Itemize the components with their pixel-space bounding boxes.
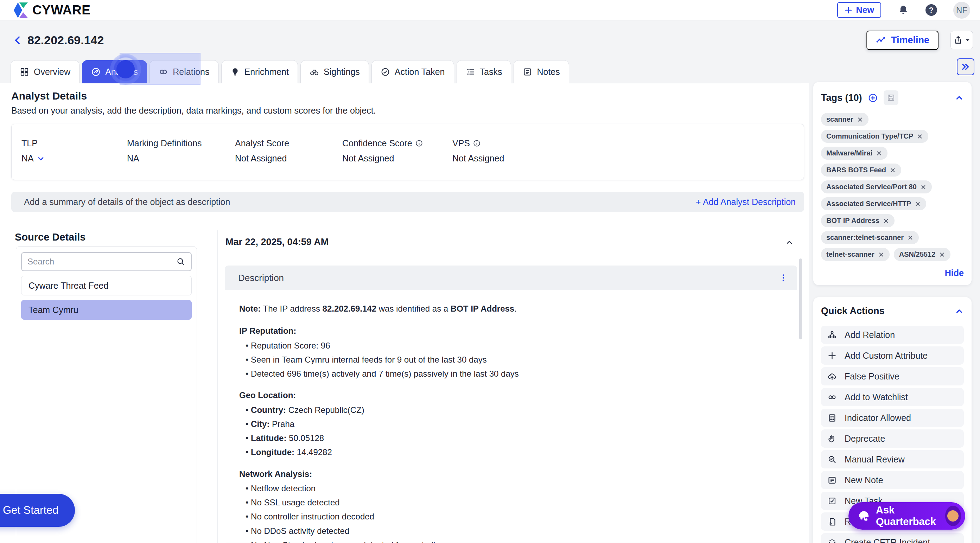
tag-chip[interactable]: BARS BOTS Feed <box>821 164 901 176</box>
close-icon[interactable] <box>920 184 926 190</box>
info-icon[interactable] <box>473 139 481 148</box>
avatar[interactable]: NF <box>953 2 970 19</box>
tab-action-taken[interactable]: Action Taken <box>371 60 454 83</box>
collapse-tags-icon[interactable] <box>955 93 964 102</box>
note-icon <box>523 67 532 77</box>
action-indicator-allowed[interactable]: Indicator Allowed <box>821 409 964 427</box>
tab-tasks[interactable]: Tasks <box>457 60 511 83</box>
tab-sightings[interactable]: Sightings <box>301 60 369 83</box>
ask-quarterback-button[interactable]: Ask Quarterback <box>848 502 965 530</box>
bullet: Longitude: 14.49282 <box>245 447 783 457</box>
bullet: No controller instruction decoded <box>245 511 783 522</box>
gear-dots-icon <box>827 538 837 543</box>
close-icon[interactable] <box>883 218 889 224</box>
tab-enrichment[interactable]: Enrichment <box>221 60 298 83</box>
quarterback-status-circle <box>945 506 961 526</box>
action-false-positive[interactable]: False Positive <box>821 367 964 386</box>
help-icon[interactable]: ? <box>926 4 937 16</box>
tlp-dropdown[interactable]: NA <box>21 153 127 164</box>
search-input[interactable] <box>27 257 176 267</box>
timeline-button[interactable]: Timeline <box>866 30 939 50</box>
quick-actions-header: Quick Actions <box>821 306 964 316</box>
action-new-note[interactable]: New Note <box>821 471 964 489</box>
cyware-logo[interactable]: CYWARE <box>13 2 91 18</box>
export-button[interactable] <box>950 31 973 49</box>
description-card-header: Description <box>225 265 797 290</box>
description-card: Description Note: The IP address 82.202.… <box>225 265 797 543</box>
export-share-icon <box>953 35 963 45</box>
bullet: No DDoS activity detected <box>245 526 783 536</box>
source-item-team-cymru[interactable]: Team Cymru <box>21 300 192 320</box>
save-tags-button[interactable] <box>884 90 898 105</box>
quick-actions-title: Quick Actions <box>821 306 885 316</box>
close-icon[interactable] <box>939 251 945 258</box>
new-button[interactable]: New <box>837 2 881 18</box>
report-date-bar[interactable]: Mar 22, 2025, 04:59 AM <box>218 230 804 254</box>
check-circle-icon <box>380 67 390 77</box>
source-search[interactable] <box>21 252 192 271</box>
action-deprecate[interactable]: Deprecate <box>821 429 964 448</box>
plus-icon <box>844 6 853 14</box>
hide-tags-link[interactable]: Hide <box>945 268 964 278</box>
search-icon <box>176 257 185 266</box>
tab-notes[interactable]: Notes <box>514 60 569 83</box>
close-icon[interactable] <box>857 116 863 123</box>
get-started-button[interactable]: Get Started <box>0 494 75 527</box>
add-tag-icon[interactable] <box>868 93 878 103</box>
kebab-menu-icon[interactable] <box>779 273 788 283</box>
tag-chip[interactable]: Malware/Mirai <box>821 147 888 160</box>
close-icon[interactable] <box>917 133 923 140</box>
close-icon[interactable] <box>915 201 921 207</box>
action-manual-review[interactable]: Manual Review <box>821 450 964 468</box>
add-analyst-description-link[interactable]: + Add Analyst Description <box>696 197 795 207</box>
tab-overview[interactable]: Overview <box>11 60 80 83</box>
task-list-icon <box>466 67 475 77</box>
tab-analysis[interactable]: Analysis <box>82 60 147 83</box>
tag-chip[interactable]: Associated Service/Port 80 <box>821 180 932 194</box>
description-summary-bar[interactable]: Add a summary of details of the object a… <box>11 192 804 212</box>
source-item-cyware-threat-feed[interactable]: Cyware Threat Feed <box>21 276 192 295</box>
close-icon[interactable] <box>878 251 885 258</box>
bullet: Reputation Score: 96 <box>245 340 783 351</box>
report-scrollbar[interactable] <box>799 259 802 339</box>
description-card-body: Note: The IP address 82.202.69.142 was i… <box>225 290 797 543</box>
action-add-relation[interactable]: Add Relation <box>821 325 964 344</box>
tag-chip[interactable]: Communication Type/TCP <box>821 130 928 143</box>
tag-chip[interactable]: ASN/25512 <box>894 248 950 261</box>
tag-chip[interactable]: BOT IP Address <box>821 214 894 227</box>
field-tlp: TLP NA <box>21 138 127 180</box>
tag-list: scanner Communication Type/TCP Malware/M… <box>821 113 964 261</box>
tab-relations[interactable]: Relations <box>150 60 218 83</box>
bullet: No Non-Standard port usage detected for … <box>245 540 783 543</box>
field-analyst-score: Analyst Score Not Assigned <box>235 138 342 180</box>
tab-bar: Overview Analysis Relations Enrichment S… <box>11 60 572 83</box>
close-icon[interactable] <box>907 235 913 241</box>
collapse-quick-actions-icon[interactable] <box>955 306 964 316</box>
section-ip-reputation: IP Reputation: Reputation Score: 96 Seen… <box>239 325 783 379</box>
info-icon[interactable] <box>415 139 423 148</box>
tag-chip[interactable]: scanner:telnet-scanner <box>821 231 919 244</box>
field-confidence-score: Confidence Score Not Assigned <box>342 138 452 180</box>
right-sidebar: Tags (10) scanner Communication Type/TCP… <box>813 82 972 543</box>
tag-chip[interactable]: telnet-scanner <box>821 248 889 261</box>
analyst-details-subheading: Based on your analysis, add the descript… <box>11 105 376 116</box>
tags-card: Tags (10) scanner Communication Type/TCP… <box>813 82 972 285</box>
action-add-to-watchlist[interactable]: Add to Watchlist <box>821 388 964 406</box>
link-circles-icon <box>159 67 168 77</box>
chevron-up-icon[interactable] <box>785 238 794 246</box>
bullet: Seen in Team Cymru internal feeds for 9 … <box>245 354 783 365</box>
source-details-heading: Source Details <box>15 232 86 243</box>
close-icon[interactable] <box>889 167 896 173</box>
notifications-bell-icon[interactable] <box>897 4 909 16</box>
action-add-custom-attribute[interactable]: Add Custom Attribute <box>821 346 964 365</box>
double-chevron-right-icon <box>960 62 971 72</box>
tags-header: Tags (10) <box>821 90 964 105</box>
floppy-save-icon <box>887 94 895 102</box>
tag-chip[interactable]: scanner <box>821 113 869 126</box>
close-icon[interactable] <box>876 150 882 157</box>
back-icon[interactable] <box>13 35 23 45</box>
collapse-panel-button[interactable] <box>957 59 974 75</box>
task-check-icon <box>827 496 837 506</box>
tag-chip[interactable]: Associated Service/HTTP <box>821 197 926 210</box>
action-create-cftr-incident[interactable]: Create CFTR Incident <box>821 533 964 543</box>
